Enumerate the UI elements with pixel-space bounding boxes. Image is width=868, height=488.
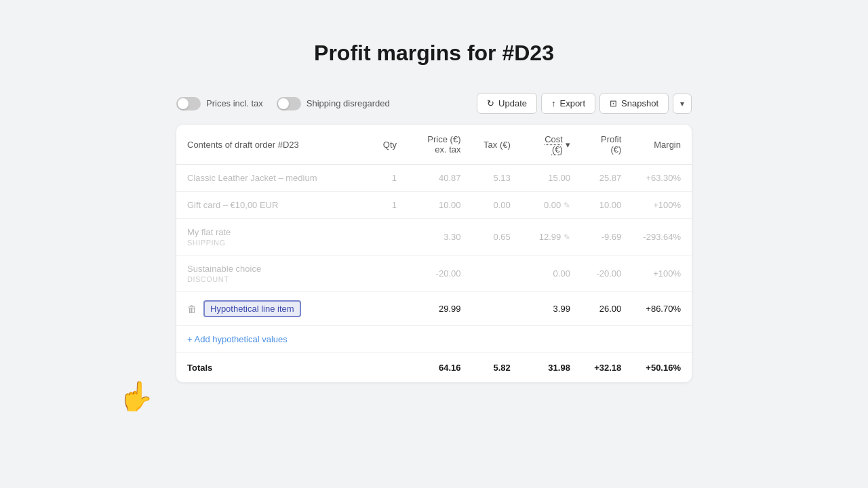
table-header-row: Contents of draft order #D23 Qty Price (…	[176, 125, 692, 165]
col-header-name: Contents of draft order #D23	[176, 125, 367, 165]
row-qty-cell	[367, 256, 408, 292]
cursor-pointer: 👆	[119, 380, 154, 413]
page-title: Profit margins for #D23	[314, 41, 554, 66]
row-name-cell: Gift card – €10,00 EUR	[176, 192, 367, 219]
cost-value: 0.00	[544, 200, 561, 210]
totals-label: Totals	[176, 353, 367, 383]
hypothetical-name-label: Hypothetical line item	[203, 300, 301, 317]
row-tax-cell: 5.13	[471, 165, 521, 192]
row-profit-cell: -9.69	[581, 219, 632, 256]
row-name-cell: 🗑Hypothetical line item	[176, 292, 367, 326]
row-tax-cell	[471, 256, 521, 292]
col-header-margin: Margin	[632, 125, 692, 165]
export-button[interactable]: ↑ Export	[541, 93, 595, 114]
toolbar-right: ↻ Update ↑ Export ⊡ Snapshot ▾	[477, 93, 692, 114]
table-row: Sustainable choiceDISCOUNT-20.000.00-20.…	[176, 256, 692, 292]
row-cost-cell: 3.99	[521, 292, 581, 326]
col-header-qty: Qty	[367, 125, 408, 165]
snapshot-button[interactable]: ⊡ Snapshot	[599, 93, 669, 114]
row-qty-cell	[367, 292, 408, 326]
update-button[interactable]: ↻ Update	[477, 93, 537, 114]
prices-toggle[interactable]	[176, 97, 201, 110]
row-cost-cell: 0.00	[521, 256, 581, 292]
totals-price: 64.16	[408, 353, 471, 383]
table-card: Contents of draft order #D23 Qty Price (…	[176, 125, 692, 382]
row-cost-cell: 15.00	[521, 165, 581, 192]
row-name-cell: My flat rateSHIPPING	[176, 219, 367, 256]
chevron-down-icon: ▾	[680, 99, 684, 108]
totals-row: Totals64.165.8231.98+32.18+50.16%	[176, 353, 692, 383]
toolbar: Prices incl. tax Shipping disregarded ↻ …	[176, 93, 692, 114]
totals-qty	[367, 353, 408, 383]
add-hypothetical-row[interactable]: + Add hypothetical values	[176, 326, 692, 353]
prices-toggle-thumb	[178, 98, 189, 109]
row-cost-cell: 12.99 ✎	[521, 219, 581, 256]
main-container: Prices incl. tax Shipping disregarded ↻ …	[176, 93, 692, 382]
cost-header-label: Cost (€)	[532, 134, 563, 155]
dropdown-button[interactable]: ▾	[673, 94, 692, 114]
row-margin-cell: +100%	[632, 192, 692, 219]
row-price-cell: 10.00	[408, 192, 471, 219]
row-qty-cell: 1	[367, 192, 408, 219]
row-name-cell: Sustainable choiceDISCOUNT	[176, 256, 367, 292]
profit-table: Contents of draft order #D23 Qty Price (…	[176, 125, 692, 382]
table-row: 🗑Hypothetical line item29.993.9926.00+86…	[176, 292, 692, 326]
shipping-toggle[interactable]	[277, 97, 301, 110]
row-margin-cell: +100%	[632, 256, 692, 292]
shipping-toggle-label: Shipping disregarded	[307, 98, 390, 108]
prices-toggle-group: Prices incl. tax	[176, 97, 263, 110]
row-qty-cell: 1	[367, 165, 408, 192]
shipping-toggle-group: Shipping disregarded	[277, 97, 390, 110]
shipping-toggle-thumb	[278, 98, 289, 109]
row-tax-cell: 0.00	[471, 192, 521, 219]
row-cost-cell: 0.00 ✎	[521, 192, 581, 219]
col-header-tax: Tax (€)	[471, 125, 521, 165]
row-profit-cell: 25.87	[581, 165, 632, 192]
col-header-price: Price (€) ex. tax	[408, 125, 471, 165]
row-price-cell: 40.87	[408, 165, 471, 192]
row-name-cell: Classic Leather Jacket – medium	[176, 165, 367, 192]
row-price-cell: -20.00	[408, 256, 471, 292]
camera-icon: ⊡	[610, 98, 617, 108]
totals-margin: +50.16%	[632, 353, 692, 383]
row-margin-cell: +63.30%	[632, 165, 692, 192]
refresh-icon: ↻	[487, 98, 494, 108]
toolbar-left: Prices incl. tax Shipping disregarded	[176, 97, 390, 110]
cost-value: 12.99	[539, 232, 561, 242]
totals-cost: 31.98	[521, 353, 581, 383]
table-row: My flat rateSHIPPING3.300.6512.99 ✎-9.69…	[176, 219, 692, 256]
table-row: Classic Leather Jacket – medium140.875.1…	[176, 165, 692, 192]
delete-icon[interactable]: 🗑	[187, 304, 197, 314]
export-icon: ↑	[551, 98, 556, 108]
row-profit-cell: 10.00	[581, 192, 632, 219]
row-profit-cell: 26.00	[581, 292, 632, 326]
totals-tax: 5.82	[471, 353, 521, 383]
prices-toggle-label: Prices incl. tax	[206, 98, 263, 108]
row-margin-cell: -293.64%	[632, 219, 692, 256]
cost-sort-icon: ▾	[566, 140, 570, 150]
edit-icon[interactable]: ✎	[564, 201, 570, 210]
row-tax-cell: 0.65	[471, 219, 521, 256]
row-tax-cell	[471, 292, 521, 326]
edit-icon[interactable]: ✎	[564, 232, 570, 242]
row-margin-cell: +86.70%	[632, 292, 692, 326]
table-row: Gift card – €10,00 EUR110.000.000.00 ✎10…	[176, 192, 692, 219]
row-price-cell: 3.30	[408, 219, 471, 256]
col-header-profit: Profit (€)	[581, 125, 632, 165]
row-qty-cell	[367, 219, 408, 256]
col-header-cost[interactable]: Cost (€) ▾	[521, 125, 581, 165]
row-profit-cell: -20.00	[581, 256, 632, 292]
totals-profit: +32.18	[581, 353, 632, 383]
add-hypothetical-link[interactable]: + Add hypothetical values	[176, 326, 692, 353]
row-price-cell: 29.99	[408, 292, 471, 326]
